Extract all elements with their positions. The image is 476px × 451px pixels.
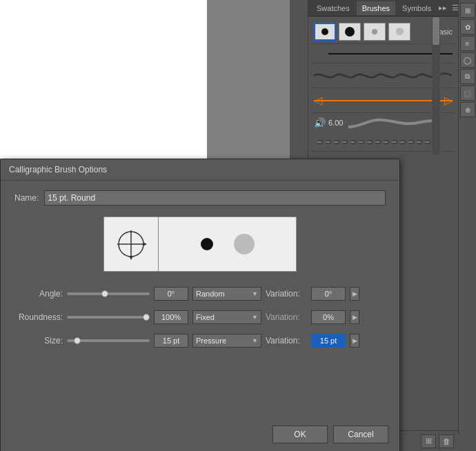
size-thumb[interactable] xyxy=(74,337,81,344)
angle-label: Angle: xyxy=(14,289,63,299)
roundness-label: Roundness: xyxy=(14,312,63,322)
orange-arrow-left-icon: ◁ xyxy=(314,94,322,107)
preview-brush-dot-gray xyxy=(234,234,255,254)
dashed-stroke-svg xyxy=(314,135,445,149)
angle-variation-arrow[interactable]: ▶ xyxy=(350,287,359,301)
wavy-stroke-svg xyxy=(314,68,452,84)
panel-tabs: Swatches Brushes Symbols ▸▸ ☰ xyxy=(308,0,458,17)
tool-btn-6[interactable]: ⬚ xyxy=(460,86,475,101)
panel-new-btn[interactable]: ⊞ xyxy=(421,434,436,448)
tab-swatches[interactable]: Swatches xyxy=(311,1,355,15)
angle-variation-box: 0° xyxy=(311,287,346,301)
tool-btn-4[interactable]: ◯ xyxy=(460,52,475,68)
size-type-label: Pressure xyxy=(196,337,226,345)
angle-slider[interactable] xyxy=(67,292,150,295)
angle-dropdown-arrow: ▼ xyxy=(252,290,258,297)
dialog-body: Name: Angle: xyxy=(1,181,399,359)
cancel-button[interactable]: Cancel xyxy=(333,425,388,443)
orange-arrow-right-icon: ▷ xyxy=(444,94,453,107)
brush-dot-gray-sm xyxy=(372,29,377,34)
right-toolbar: ⊞ ✿ ≡ ◯ ⧉ ⬚ ⊕ xyxy=(458,0,476,434)
size-variation-box: 15 pt xyxy=(311,334,346,348)
svg-marker-4 xyxy=(143,242,147,246)
canvas-white xyxy=(0,0,207,159)
brush-item-2[interactable] xyxy=(339,23,361,41)
size-variation-arrow[interactable]: ▶ xyxy=(350,334,359,348)
preview-area xyxy=(14,217,386,272)
roundness-type-label: Fixed xyxy=(196,313,215,321)
panel-scrollbar[interactable] xyxy=(432,17,440,154)
preview-crosshair xyxy=(103,217,159,272)
angle-thumb[interactable] xyxy=(101,290,108,297)
roundness-variation-arrow[interactable]: ▶ xyxy=(350,310,359,324)
tab-brushes[interactable]: Brushes xyxy=(357,1,395,15)
brush-item-4[interactable] xyxy=(388,23,410,41)
scroll-thumb[interactable] xyxy=(433,17,439,45)
roundness-variation-box: 0% xyxy=(311,310,346,324)
roundness-variation-label: Variation: xyxy=(266,312,307,322)
svg-marker-3 xyxy=(129,256,133,260)
tool-btn-3[interactable]: ≡ xyxy=(460,36,475,51)
ok-button[interactable]: OK xyxy=(272,425,328,443)
roundness-slider[interactable] xyxy=(67,316,150,319)
curvy-stroke-svg xyxy=(348,114,438,131)
angle-variation-label: Variation: xyxy=(266,289,307,299)
brush-dot-gray-lg xyxy=(396,28,404,35)
name-label: Name: xyxy=(14,193,39,203)
brush-dot-black xyxy=(321,28,328,35)
size-type-dropdown[interactable]: Pressure ▼ xyxy=(192,334,261,348)
tool-btn-7[interactable]: ⊕ xyxy=(460,102,475,117)
size-slider[interactable] xyxy=(67,339,150,342)
tab-symbols[interactable]: Symbols xyxy=(397,1,437,15)
dialog-footer: OK Cancel xyxy=(272,425,388,443)
size-value-box: 15 pt xyxy=(154,334,188,348)
preview-brush xyxy=(159,217,297,272)
angle-value-box: 0° xyxy=(154,287,188,301)
size-variation-label: Variation: xyxy=(266,336,307,345)
name-input[interactable] xyxy=(44,190,386,206)
tool-btn-2[interactable]: ✿ xyxy=(460,19,475,34)
brush-item-1[interactable] xyxy=(314,23,336,41)
size-label: Size: xyxy=(14,336,63,345)
roundness-type-dropdown[interactable]: Fixed ▼ xyxy=(192,310,261,324)
roundness-thumb[interactable] xyxy=(143,314,150,321)
size-display: 6.00 xyxy=(328,119,343,127)
angle-row: Angle: 0° Random ▼ Variation: 0° ▶ xyxy=(14,285,386,302)
tool-btn-5[interactable]: ⧉ xyxy=(460,69,475,84)
size-row: Size: 15 pt Pressure ▼ Variation: 15 pt … xyxy=(14,332,386,349)
angle-type-label: Random xyxy=(196,290,225,298)
panel-tab-icons: ▸▸ ☰ xyxy=(438,3,460,13)
brush-dot-large xyxy=(345,27,355,37)
size-dropdown-arrow: ▼ xyxy=(252,337,258,344)
panel-menu-icon[interactable]: ▸▸ xyxy=(438,3,448,13)
preview-brush-dot-black xyxy=(201,238,213,250)
name-row: Name: xyxy=(14,190,386,206)
angle-type-dropdown[interactable]: Random ▼ xyxy=(192,287,261,301)
panel-delete-btn[interactable]: 🗑 xyxy=(439,434,454,448)
tool-btn-1[interactable]: ⊞ xyxy=(460,3,475,18)
roundness-value-box: 100% xyxy=(154,310,188,324)
speaker-icon: 🔊 xyxy=(314,117,326,128)
roundness-row: Roundness: 100% Fixed ▼ Variation: 0% ▶ xyxy=(14,309,386,325)
roundness-dropdown-arrow: ▼ xyxy=(252,314,258,321)
calligraphic-brush-dialog: Calligraphic Brush Options Name: xyxy=(0,159,400,451)
dialog-title: Calligraphic Brush Options xyxy=(1,159,399,181)
brush-item-3[interactable] xyxy=(364,23,386,41)
options-section: Angle: 0° Random ▼ Variation: 0° ▶ Round… xyxy=(14,285,386,349)
crosshair-svg xyxy=(114,227,148,261)
